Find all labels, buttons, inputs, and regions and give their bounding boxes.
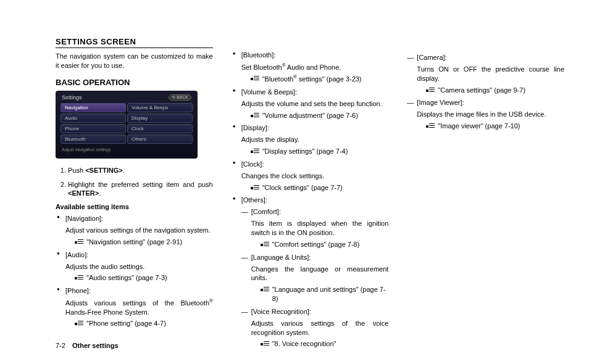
reference-link: "Phone setting" (page 4-7)	[74, 319, 213, 328]
item-label: [Clock]:	[241, 160, 389, 169]
menu-item: Display	[127, 114, 193, 123]
item-description: Displays the image files in the USB devi…	[417, 110, 564, 119]
screenshot-footer: Adjust navigation settings	[61, 147, 193, 152]
item-label: [Audio]:	[65, 250, 213, 260]
item-description: Changes the clock settings.	[241, 172, 389, 181]
reference-link: "Volume adjustment" (page 7-6)	[250, 111, 389, 120]
basic-operation-heading: BASIC OPERATION	[56, 78, 213, 87]
list-item: [Audio]:Adjusts the audio settings."Audi…	[56, 250, 213, 283]
reference-link: "Camera settings" (page 9-7)	[425, 86, 564, 95]
item-label: [Voice Recognition]:	[251, 307, 389, 316]
screenshot-menu: Navigation Volume & Beeps Audio Display …	[61, 103, 193, 144]
column-2: [Bluetooth]:Set Bluetooth® Audio and Pho…	[232, 37, 389, 352]
list-item: [Clock]:Changes the clock settings."Cloc…	[232, 160, 389, 192]
list-item: [Comfort]:This item is displayed when th…	[241, 207, 389, 249]
step-1: Push <SETTING>.	[68, 166, 213, 175]
menu-item: Navigation	[61, 103, 126, 112]
back-button-icon: ⟲ BACK	[169, 94, 191, 101]
reference-link: "Bluetooth® settings" (page 3-23)	[250, 74, 389, 84]
list-item: [Language & Units]:Changes the language …	[241, 253, 389, 304]
col3-dash-list: [Camera]:Turns ON or OFF the predictive …	[407, 53, 564, 131]
reference-link: "Image viewer" (page 7-10)	[425, 122, 564, 131]
list-item: [Image Viewer]:Displays the image files …	[407, 98, 564, 131]
list-item: [Navigation]:Adjust various settings of …	[56, 214, 213, 247]
list-item: [Volume & Beeps]:Adjusts the volume and …	[232, 88, 389, 120]
item-label: [Phone]:	[65, 286, 213, 296]
list-item: [Display]:Adjusts the display."Display s…	[232, 123, 389, 156]
section-heading: SETTINGS SCREEN	[56, 37, 213, 46]
menu-item: Others	[127, 134, 193, 144]
reference-link: "Display settings" (page 7-4)	[250, 147, 389, 156]
screenshot-title: Settings	[62, 94, 82, 101]
item-label: [Camera]:	[417, 53, 564, 62]
reference-link: "Audio settings" (page 7-3)	[74, 273, 213, 283]
menu-item: Clock	[127, 124, 193, 133]
item-label: [Bluetooth]:	[241, 51, 389, 60]
list-item: [Others]:[Comfort]:This item is displaye…	[232, 196, 389, 349]
reference-link: "8. Voice recognition"	[260, 339, 389, 349]
intro-text: The navigation system can be customized …	[56, 52, 213, 70]
item-label: [Image Viewer]:	[417, 98, 564, 107]
item-description: Adjusts the display.	[241, 135, 389, 144]
menu-item: Audio	[61, 114, 126, 123]
settings-screenshot: Settings ⟲ BACK Navigation Volume & Beep…	[56, 91, 198, 159]
reference-link: "Comfort settings" (page 7-8)	[260, 240, 389, 249]
menu-item: Phone	[61, 124, 126, 133]
step-2: Highlight the preferred setting item and…	[68, 180, 213, 199]
sub-list: [Comfort]:This item is displayed when th…	[241, 207, 389, 349]
item-description: Adjusts the audio settings.	[65, 262, 213, 271]
list-item: [Voice Recognition]:Adjusts various sett…	[241, 307, 389, 349]
item-description: Set Bluetooth® Audio and Phone.	[241, 62, 389, 72]
item-label: [Language & Units]:	[251, 253, 389, 262]
column-3: [Camera]:Turns ON or OFF the predictive …	[407, 37, 564, 352]
item-description: Changes the language or measurement unit…	[251, 265, 389, 283]
item-description: Adjusts the volume and sets the beep fun…	[241, 99, 389, 109]
item-label: [Navigation]:	[65, 214, 213, 223]
item-description: Turns ON or OFF the predictive course li…	[417, 65, 564, 83]
item-label: [Display]:	[241, 123, 389, 133]
menu-item: Bluetooth	[61, 134, 126, 144]
item-description: This item is displayed when the ignition…	[251, 219, 389, 238]
steps-list: Push <SETTING>. Highlight the preferred …	[56, 166, 213, 199]
item-label: [Volume & Beeps]:	[241, 88, 389, 97]
col2-bullet-list: [Bluetooth]:Set Bluetooth® Audio and Pho…	[232, 51, 389, 349]
item-label: [Comfort]:	[251, 207, 389, 217]
item-description: Adjusts various settings of the Bluetoot…	[65, 298, 213, 316]
footer-section: Other settings	[72, 342, 119, 349]
reference-link: "Navigation setting" (page 2-91)	[74, 238, 213, 247]
page-content: SETTINGS SCREEN The navigation system ca…	[0, 0, 589, 364]
page-number: 7-2	[56, 342, 65, 349]
reference-link: "Clock settings" (page 7-7)	[250, 183, 389, 192]
heading-rule	[56, 48, 213, 48]
page-footer: 7-2 Other settings	[56, 342, 119, 349]
list-item: [Camera]:Turns ON or OFF the predictive …	[407, 53, 564, 94]
item-description: Adjusts various settings of the voice re…	[251, 319, 389, 337]
available-items-heading: Available setting items	[56, 203, 213, 210]
item-label: [Others]:	[241, 196, 389, 205]
col1-bullet-list: [Navigation]:Adjust various settings of …	[56, 214, 213, 328]
item-description: Adjust various settings of the navigatio…	[65, 226, 213, 235]
column-1: SETTINGS SCREEN The navigation system ca…	[56, 37, 213, 352]
list-item: [Phone]:Adjusts various settings of the …	[56, 286, 213, 328]
menu-item: Volume & Beeps	[127, 103, 193, 112]
list-item: [Bluetooth]:Set Bluetooth® Audio and Pho…	[232, 51, 389, 84]
reference-link: "Language and unit settings" (page 7-8)	[260, 285, 389, 304]
